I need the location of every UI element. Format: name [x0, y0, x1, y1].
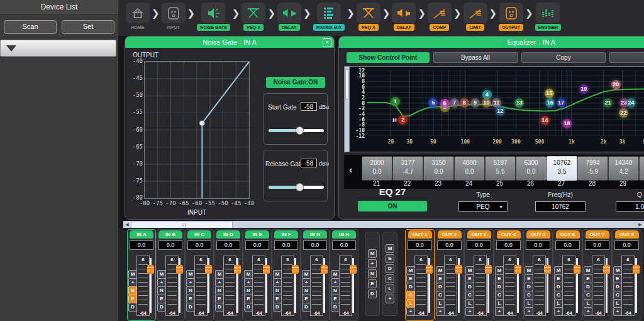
channel-button-+[interactable]: +: [128, 278, 137, 287]
fader-handle[interactable]: [350, 265, 357, 274]
channel-gain-value[interactable]: 0.0: [467, 240, 491, 250]
eq-control-point-19[interactable]: 19: [579, 84, 589, 94]
fader-handle[interactable]: [603, 265, 610, 274]
eq-control-point-20[interactable]: 20: [611, 80, 621, 89]
channel-button-+[interactable]: +: [554, 307, 563, 316]
band-cell-23[interactable]: 31500.0: [423, 156, 454, 181]
band-cell-24[interactable]: 40000.0: [454, 156, 485, 181]
band-cell-25[interactable]: 51975.5: [485, 156, 516, 181]
noise-gate-plot[interactable]: [144, 61, 250, 199]
toolbar-item-noise-gate[interactable]: NOISE GATE: [197, 3, 230, 31]
channel-button-m[interactable]: M: [186, 270, 195, 279]
channel-button-l[interactable]: L: [554, 299, 563, 308]
eq-control-point-9[interactable]: 9: [470, 98, 480, 108]
fader-handle[interactable]: [292, 265, 299, 274]
copy-button[interactable]: Copy: [521, 52, 606, 63]
channel-button-c[interactable]: C: [406, 291, 415, 300]
channel-button-m[interactable]: M: [613, 266, 622, 275]
channel-gain-value[interactable]: 0.0: [187, 240, 211, 250]
noise-gate-power-button[interactable]: Noise Gate:ON: [266, 77, 325, 88]
channel-button-d[interactable]: D: [406, 283, 415, 291]
channel-strip-in-b[interactable]: IN B0.06-64M+NED: [156, 229, 185, 321]
toolbar-item-output[interactable]: OUTPUT: [499, 3, 523, 31]
channel-button-d[interactable]: D: [436, 283, 445, 291]
channel-button-e[interactable]: E: [215, 295, 224, 303]
channel-gain-value[interactable]: 0.0: [585, 240, 609, 250]
toolbar-item-peq-x-in[interactable]: PEQ-X: [242, 3, 265, 31]
fader-handle[interactable]: [455, 265, 462, 274]
start-gate-slider[interactable]: [269, 129, 324, 136]
channel-button-n[interactable]: N: [157, 286, 166, 295]
eq-control-point-16[interactable]: 16: [545, 98, 555, 108]
scroll-left-icon[interactable]: ◀: [123, 221, 131, 228]
channel-button-+[interactable]: +: [273, 278, 282, 287]
channel-button-e[interactable]: E: [244, 295, 253, 303]
channel-gain-value[interactable]: 0.0: [216, 240, 240, 250]
master-button-m[interactable]: M: [368, 249, 377, 258]
band-cell-22[interactable]: 3177-4.7: [392, 156, 423, 181]
start-gate-value-field[interactable]: -58: [301, 102, 317, 111]
device-dropdown[interactable]: [0, 40, 116, 57]
channel-gain-value[interactable]: 0.0: [274, 240, 298, 250]
channel-button-+[interactable]: +: [406, 307, 415, 316]
channel-button-l[interactable]: L: [465, 299, 474, 308]
channel-button-e[interactable]: E: [302, 295, 311, 303]
band-cell-26[interactable]: 63000.0: [516, 156, 547, 181]
master-strip-1[interactable]: M+NED: [365, 232, 380, 316]
eq-response-graph[interactable]: 121086420-2-4-6-8-10-1220305010020030050…: [344, 66, 644, 152]
master-button-+[interactable]: +: [368, 259, 377, 268]
fader-handle[interactable]: [205, 265, 212, 274]
fader-handle[interactable]: [574, 265, 580, 274]
fader-handle[interactable]: [514, 265, 521, 274]
fader-handle[interactable]: [234, 265, 241, 274]
channel-strip-in-c[interactable]: IN C0.06-64M+NED: [185, 229, 214, 321]
fader-handle[interactable]: [176, 265, 183, 274]
channel-button-e[interactable]: E: [613, 274, 622, 283]
channel-button-l[interactable]: L: [584, 299, 592, 308]
channel-gain-value[interactable]: 0.0: [408, 240, 432, 250]
release-gate-slider-knob[interactable]: [296, 183, 304, 191]
channel-button-e[interactable]: E: [525, 274, 533, 283]
eq-control-point-15[interactable]: 15: [545, 89, 554, 98]
channel-button-m[interactable]: M: [128, 270, 137, 279]
master-button-l[interactable]: L: [386, 284, 394, 293]
channel-button-n[interactable]: N: [186, 286, 195, 295]
channel-button-m[interactable]: M: [406, 266, 415, 275]
channel-button-+[interactable]: +: [525, 307, 533, 316]
eq-control-point-6[interactable]: 6: [440, 99, 450, 108]
release-gate-slider[interactable]: [269, 186, 324, 193]
channel-button-e[interactable]: E: [436, 274, 445, 283]
channel-button-e[interactable]: E: [406, 274, 415, 283]
channel-gain-value[interactable]: 0.0: [332, 240, 356, 250]
channel-button-m[interactable]: M: [465, 266, 474, 275]
channel-button-d[interactable]: D: [554, 283, 563, 291]
channel-button-+[interactable]: +: [215, 278, 224, 287]
master-button-e[interactable]: E: [368, 279, 377, 288]
channel-gain-value[interactable]: 0.0: [437, 240, 462, 250]
channel-strip-in-g[interactable]: IN G0.06-64M+NED: [301, 229, 330, 321]
band-q-field[interactable]: 1.0: [616, 201, 644, 211]
paste-button[interactable]: Paste: [609, 52, 644, 63]
toolbar-item-comp[interactable]: COMP: [428, 3, 452, 31]
toolbar-item-limit[interactable]: LIMIT: [464, 3, 487, 31]
show-control-point-button[interactable]: Show Control Point: [347, 52, 430, 63]
master-strip-2[interactable]: MEDCL+: [382, 232, 397, 316]
channel-button-m[interactable]: M: [495, 266, 504, 275]
band-on-button[interactable]: ON: [358, 201, 427, 211]
channel-gain-value[interactable]: 0.0: [303, 240, 327, 250]
scan-button[interactable]: Scan: [4, 20, 57, 34]
channel-strip-out-6[interactable]: OUT 60.06-64MEDCL+: [553, 229, 582, 321]
channel-button-m[interactable]: M: [331, 270, 340, 279]
toolbar-item-input[interactable]: INPUT: [162, 3, 186, 30]
channel-button-e[interactable]: E: [495, 274, 504, 283]
channel-button-n[interactable]: N: [244, 286, 253, 295]
eq-control-point-5[interactable]: 5: [428, 98, 438, 108]
master-button-d[interactable]: D: [386, 264, 394, 273]
master-button-e[interactable]: E: [386, 254, 394, 263]
channel-button-n[interactable]: N: [215, 286, 224, 295]
eq-control-point-12[interactable]: 12: [496, 106, 505, 116]
fader-handle[interactable]: [263, 265, 270, 274]
eq-control-point-21[interactable]: 21: [603, 98, 613, 108]
band-scroll-left-icon[interactable]: ‹: [349, 164, 353, 176]
channel-button-l[interactable]: L: [613, 299, 622, 308]
